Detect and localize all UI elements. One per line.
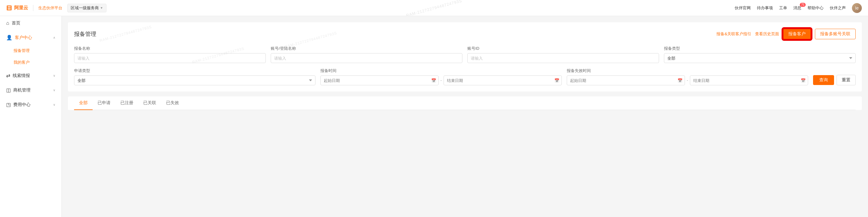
input-account-name[interactable]: [271, 53, 462, 63]
sidebar-label-my-customers: 我的客户: [13, 60, 30, 64]
filter-buttons: 查询 重置: [813, 75, 856, 85]
field-account-name: 账号/登陆名称: [271, 46, 462, 63]
history-link[interactable]: 查看历史页面: [755, 31, 779, 37]
region-label: 区域一级服务商: [71, 5, 99, 11]
input-account-id[interactable]: [467, 53, 659, 63]
content-area: RAM-21272279448724793S RAM-2127227944872…: [62, 16, 868, 217]
tab-linked[interactable]: 已关联: [138, 97, 161, 110]
date-range-expire-time: 📅 - 📅: [567, 75, 808, 85]
end-date-expire-time[interactable]: [690, 75, 808, 85]
report-customer-button[interactable]: 报备客户: [783, 28, 811, 39]
sidebar-label-cost: 费用中心: [13, 102, 31, 108]
query-button[interactable]: 查询: [813, 75, 834, 85]
main-layout: ⌂ 首页 👤 客户中心 ∧ 报备管理 我的客户 ⇄ 线索情报 ∨ ◫ 商机管理 …: [0, 16, 868, 217]
sidebar-item-leads[interactable]: ⇄ 线索情报 ∨: [0, 68, 61, 83]
reset-button[interactable]: 重置: [837, 75, 856, 85]
date-separator-expire: -: [687, 78, 688, 83]
page-actions: 报备&关联客户指引 查看历史页面 报备客户 报备多账号关联: [716, 28, 856, 39]
page-title: 报备管理: [74, 30, 96, 38]
tabs-row: 全部 已申请 已注册 已关联 已失效: [74, 97, 856, 110]
message-item[interactable]: 消息 75: [793, 5, 801, 11]
sidebar-item-home[interactable]: ⌂ 首页: [0, 16, 61, 30]
sidebar-item-customer-center[interactable]: 👤 客户中心 ∧: [0, 30, 61, 45]
tab-all[interactable]: 全部: [74, 97, 93, 110]
start-date-report-time[interactable]: [320, 75, 439, 85]
input-report-name[interactable]: [74, 53, 266, 63]
tab-expired[interactable]: 已失效: [161, 97, 184, 110]
field-apply-type: 申请类型 全部 新增 续期: [74, 68, 315, 85]
label-report-type: 报备类型: [664, 46, 856, 51]
field-expire-time: 报备失效时间 📅 - 📅: [567, 68, 808, 85]
label-account-name: 账号/登陆名称: [271, 46, 462, 51]
start-date-wrapper-report: 📅: [320, 75, 439, 85]
aliyun-logo-icon: ⊟: [6, 4, 12, 12]
customer-center-chevron-icon: ∧: [53, 36, 55, 39]
top-navigation: ⊟ 阿里云 生态伙伴平台 区域一级服务商 ▼ RAM-2127227944872…: [0, 0, 868, 16]
region-chevron-icon: ▼: [100, 6, 103, 9]
watermark: RAM-21272279448724793S: [406, 0, 462, 16]
platform-text: 生态伙伴平台: [38, 5, 62, 11]
page-header: 报备管理 报备&关联客户指引 查看历史页面 报备客户 报备多账号关联: [74, 28, 856, 39]
logo-divider: [33, 5, 33, 11]
filter-row1: 报备名称 账号/登陆名称 账号ID 报备类型 全部 直签 分销: [74, 46, 856, 63]
logo-area: ⊟ 阿里云 生态伙伴平台: [6, 4, 62, 12]
end-date-wrapper-expire: 📅: [690, 75, 808, 85]
sidebar-label-home: 首页: [12, 20, 20, 26]
field-account-id: 账号ID: [467, 46, 659, 63]
select-apply-type[interactable]: 全部 新增 续期: [74, 75, 315, 85]
label-expire-time: 报备失效时间: [567, 68, 808, 74]
start-date-expire-time[interactable]: [567, 75, 685, 85]
label-apply-type: 申请类型: [74, 68, 315, 74]
ticket-link[interactable]: 工单: [779, 5, 787, 11]
sidebar-label-customer-center: 客户中心: [15, 35, 32, 40]
opportunity-icon: ◫: [6, 87, 11, 93]
help-center-link[interactable]: 帮助中心: [807, 5, 824, 11]
filter-row2: 申请类型 全部 新增 续期 报备时间 📅 -: [74, 68, 856, 85]
sidebar-item-opportunity[interactable]: ◫ 商机管理 ∨: [0, 83, 61, 98]
leads-icon: ⇄: [6, 73, 10, 79]
sidebar-label-leads: 线索情报: [13, 73, 30, 79]
cost-chevron-icon: ∨: [53, 103, 55, 106]
region-selector[interactable]: 区域一级服务商 ▼: [67, 4, 106, 12]
sidebar-item-my-customers[interactable]: 我的客户: [0, 57, 61, 68]
message-badge: 75: [800, 3, 806, 7]
report-multi-account-button[interactable]: 报备多账号关联: [815, 29, 856, 39]
field-report-type: 报备类型 全部 直签 分销: [664, 46, 856, 63]
select-report-type[interactable]: 全部 直签 分销: [664, 53, 856, 63]
partner-portal-link[interactable]: 伙伴官网: [735, 5, 751, 11]
label-report-name: 报备名称: [74, 46, 266, 51]
customer-icon: 👤: [6, 35, 12, 40]
avatar[interactable]: Ie: [852, 3, 862, 13]
label-report-time: 报备时间: [320, 68, 562, 74]
tabs-card: 全部 已申请 已注册 已关联 已失效: [68, 97, 862, 110]
guide-link[interactable]: 报备&关联客户指引: [716, 31, 751, 37]
sidebar-label-report-management: 报备管理: [13, 48, 30, 53]
nav-right: 伙伴官网 待办事项 工单 消息 75 帮助中心 伙伴之声 Ie: [735, 3, 862, 13]
field-report-name: 报备名称: [74, 46, 266, 63]
cost-icon: ◳: [6, 102, 11, 108]
home-icon: ⌂: [6, 20, 9, 26]
opportunity-chevron-icon: ∨: [53, 88, 55, 92]
field-report-time: 报备时间 📅 - 📅: [320, 68, 562, 85]
tab-applied[interactable]: 已申请: [93, 97, 116, 110]
filter-card: RAM-21272279448724793S RAM-2127227944872…: [68, 22, 862, 91]
nav-left: ⊟ 阿里云 生态伙伴平台 区域一级服务商 ▼: [6, 4, 106, 12]
aliyun-logo-text: 阿里云: [14, 5, 28, 11]
sidebar-item-cost[interactable]: ◳ 费用中心 ∨: [0, 98, 61, 112]
sidebar: ⌂ 首页 👤 客户中心 ∧ 报备管理 我的客户 ⇄ 线索情报 ∨ ◫ 商机管理 …: [0, 16, 62, 217]
tab-registered[interactable]: 已注册: [116, 97, 138, 110]
start-date-wrapper-expire: 📅: [567, 75, 685, 85]
leads-chevron-icon: ∨: [53, 74, 55, 77]
sidebar-label-opportunity: 商机管理: [13, 87, 31, 93]
end-date-report-time[interactable]: [443, 75, 562, 85]
date-range-report-time: 📅 - 📅: [320, 75, 562, 85]
end-date-wrapper-report: 📅: [443, 75, 562, 85]
partner-voice-link[interactable]: 伙伴之声: [830, 5, 846, 11]
todo-link[interactable]: 待办事项: [757, 5, 773, 11]
date-separator-report: -: [440, 78, 442, 83]
sidebar-item-report-management[interactable]: 报备管理: [0, 45, 61, 57]
label-account-id: 账号ID: [467, 46, 659, 51]
